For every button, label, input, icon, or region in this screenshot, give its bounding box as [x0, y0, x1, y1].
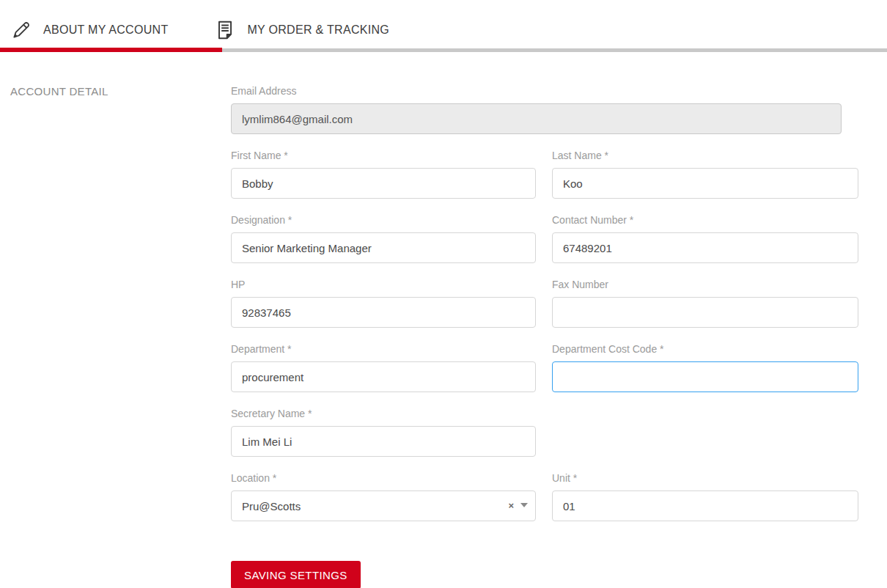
- hp-field-group: HP: [231, 279, 536, 328]
- tab-bar: ABOUT MY ACCOUNT MY ORDER & TRACKING: [0, 0, 887, 48]
- unit-input[interactable]: [552, 490, 858, 521]
- secretary-name-field-group: Secretary Name *: [231, 408, 536, 457]
- department-field-group: Department *: [231, 343, 536, 392]
- tab-underline: [0, 48, 887, 52]
- first-name-field-group: First Name *: [231, 150, 536, 199]
- pencil-icon: [10, 19, 32, 41]
- chevron-down-icon[interactable]: [520, 503, 528, 507]
- designation-label: Designation *: [231, 214, 536, 226]
- fax-number-label: Fax Number: [552, 279, 858, 290]
- department-cost-code-label: Department Cost Code *: [552, 343, 858, 355]
- fax-number-input[interactable]: [552, 297, 858, 328]
- tab-about-my-account-label: ABOUT MY ACCOUNT: [43, 23, 168, 37]
- contact-number-input[interactable]: [552, 232, 858, 263]
- first-name-input[interactable]: [231, 168, 536, 199]
- active-tab-indicator: [0, 48, 222, 52]
- designation-field-group: Designation *: [231, 214, 536, 263]
- first-name-label: First Name *: [231, 150, 536, 161]
- email-field-group: Email Address: [231, 85, 858, 134]
- name-row: First Name * Last Name *: [231, 150, 858, 214]
- designation-input[interactable]: [231, 232, 536, 263]
- secretary-name-label: Secretary Name *: [231, 408, 536, 419]
- location-label: Location *: [231, 472, 536, 484]
- department-label: Department *: [231, 343, 536, 355]
- email-input: [231, 103, 842, 134]
- unit-label: Unit *: [552, 472, 858, 484]
- document-icon: [214, 19, 236, 41]
- email-label: Email Address: [231, 85, 858, 97]
- location-unit-row: Location * Pru@Scotts × Unit *: [231, 472, 858, 537]
- last-name-field-group: Last Name *: [552, 150, 858, 199]
- last-name-input[interactable]: [552, 168, 858, 199]
- location-select[interactable]: Pru@Scotts ×: [231, 490, 536, 521]
- location-field-group: Location * Pru@Scotts ×: [231, 472, 536, 521]
- secretary-row: Secretary Name *: [231, 408, 858, 472]
- saving-settings-button[interactable]: SAVING SETTINGS: [231, 561, 361, 588]
- account-detail-page: ACCOUNT DETAIL Email Address First Name …: [0, 52, 887, 588]
- sidebar: ACCOUNT DETAIL: [0, 85, 231, 588]
- location-selected-value: Pru@Scotts: [242, 500, 301, 512]
- department-input[interactable]: [231, 361, 536, 392]
- clear-selection-icon[interactable]: ×: [508, 501, 514, 510]
- account-detail-form: Email Address First Name * Last Name * D…: [231, 85, 858, 588]
- section-title-account-detail: ACCOUNT DETAIL: [10, 85, 231, 98]
- fax-number-field-group: Fax Number: [552, 279, 858, 328]
- hp-fax-row: HP Fax Number: [231, 279, 858, 343]
- contact-number-field-group: Contact Number *: [552, 214, 858, 263]
- contact-number-label: Contact Number *: [552, 214, 858, 226]
- hp-input[interactable]: [231, 297, 536, 328]
- tab-my-order-tracking-label: MY ORDER & TRACKING: [247, 23, 389, 37]
- department-cost-code-field-group: Department Cost Code *: [552, 343, 858, 392]
- secretary-name-input[interactable]: [231, 426, 536, 457]
- department-cost-code-input[interactable]: [552, 361, 858, 392]
- last-name-label: Last Name *: [552, 150, 858, 161]
- department-row: Department * Department Cost Code *: [231, 343, 858, 408]
- tab-my-order-tracking[interactable]: MY ORDER & TRACKING: [214, 19, 389, 41]
- tab-about-my-account[interactable]: ABOUT MY ACCOUNT: [10, 19, 168, 41]
- unit-field-group: Unit *: [552, 472, 858, 521]
- designation-contact-row: Designation * Contact Number *: [231, 214, 858, 279]
- hp-label: HP: [231, 279, 536, 290]
